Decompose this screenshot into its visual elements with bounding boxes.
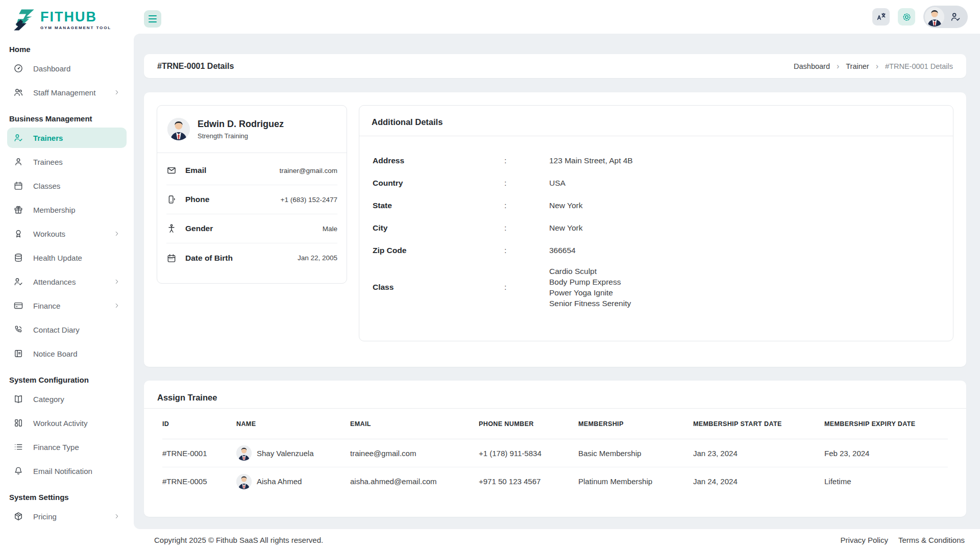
sidebar-item-label: Staff Management	[33, 88, 95, 97]
credit-card-icon	[13, 300, 23, 311]
row-value: +1 (683) 152-2477	[281, 196, 337, 204]
class-item: Cardio Sculpt	[549, 266, 941, 277]
fithub-logo[interactable]: FITHUB GYM MANAGEMENT TOOL	[0, 0, 134, 34]
sidebar-item-membership[interactable]: Membership	[7, 199, 127, 220]
calendar-icon	[13, 181, 23, 191]
trainee-avatar	[236, 474, 252, 489]
brand-tagline: GYM MANAGEMENT TOOL	[40, 26, 111, 30]
phone-row: Phone +1 (683) 152-2477	[166, 185, 337, 214]
sidebar-item-label: Finance Type	[33, 443, 79, 452]
main-content: #TRNE-0001 Details Dashboard › Trainer ›…	[134, 34, 980, 529]
col-start-date: MEMBERSHIP START DATE	[693, 420, 824, 428]
col-phone: PHONE NUMBER	[479, 420, 578, 428]
cell-email: trainee@gmail.com	[350, 449, 479, 458]
assign-trainee-title: Assign Trainee	[144, 381, 966, 409]
breadcrumb-trainer[interactable]: Trainer	[846, 62, 869, 70]
sidebar-item-label: Trainees	[33, 158, 63, 166]
sidebar-item-attendances[interactable]: Attendances	[7, 271, 127, 292]
breadcrumb-current: #TRNE-0001 Details	[885, 62, 953, 70]
sidebar-item-dashboard[interactable]: Dashboard	[7, 58, 127, 79]
state-row: State : New York	[373, 194, 941, 217]
sidebar-item-workout-activity[interactable]: Workout Activity	[7, 413, 127, 433]
class-item: Senior Fitness Serenity	[549, 298, 941, 309]
email-row: Email trainer@gmail.com	[166, 156, 337, 185]
users-icon	[13, 87, 23, 97]
assign-trainee-table: ID NAME EMAIL PHONE NUMBER MEMBERSHIP ME…	[144, 409, 966, 495]
col-expiry-date: MEMBERSHIP EXPIRY DATE	[824, 420, 948, 428]
sidebar-item-classes[interactable]: Classes	[7, 176, 127, 196]
sidebar-item-health-update[interactable]: Health Update	[7, 247, 127, 268]
section-title-system-configuration: System Configuration	[7, 367, 127, 389]
breadcrumb-separator: ›	[837, 62, 839, 71]
sidebar-item-contact-diary[interactable]: Contact Diary	[7, 319, 127, 340]
sidebar-item-label: Finance	[33, 302, 60, 310]
sidebar-item-pricing[interactable]: Pricing	[7, 506, 127, 527]
row-label: Gender	[185, 224, 213, 233]
col-name: NAME	[236, 420, 350, 428]
layout-grid-icon	[13, 418, 23, 428]
zip-code-row: Zip Code : 366654	[373, 239, 941, 262]
fithub-logo-mark	[11, 8, 37, 32]
dashboard-icon	[13, 63, 23, 73]
profile-menu-button[interactable]	[923, 6, 968, 28]
additional-details-body: Address : 123 Main Street, Apt 4B Countr…	[359, 136, 953, 313]
person-standing-icon	[166, 223, 177, 234]
sidebar-item-category[interactable]: Category	[7, 389, 127, 409]
class-row: Class : Cardio Sculpt Body Pump Express …	[373, 262, 941, 313]
award-icon	[13, 229, 23, 239]
book-open-icon	[13, 394, 23, 404]
smartphone-icon	[166, 194, 177, 205]
sidebar-item-label: Dashboard	[33, 64, 70, 73]
row-value: Male	[323, 225, 337, 233]
database-icon	[13, 253, 23, 263]
page-title: #TRNE-0001 Details	[157, 62, 234, 71]
sidebar-item-email-notification[interactable]: Email Notification	[7, 461, 127, 481]
calendar-icon	[166, 253, 177, 263]
class-item: Power Yoga Ignite	[549, 287, 941, 298]
sidebar-item-label: Trainers	[33, 134, 63, 142]
sidebar-item-trainers[interactable]: Trainers	[7, 128, 127, 148]
copyright-text: Copyright 2025 © Fithub SaaS All rights …	[154, 536, 323, 544]
sidebar-toggle-button[interactable]	[144, 10, 161, 28]
trainer-specialty: Strength Training	[198, 132, 284, 140]
sidebar-item-finance-type[interactable]: Finance Type	[7, 437, 127, 457]
breadcrumb-dashboard[interactable]: Dashboard	[794, 62, 830, 70]
additional-details-card: Additional Details Address : 123 Main St…	[359, 105, 953, 341]
terms-conditions-link[interactable]: Terms & Conditions	[898, 536, 965, 544]
row-value: Jan 22, 2005	[298, 254, 337, 262]
trainer-name: Edwin D. Rodriguez	[198, 119, 284, 130]
cell-membership: Platinum Membership	[578, 477, 693, 486]
cell-email: aisha.ahmed@email.com	[350, 477, 479, 486]
class-item: Body Pump Express	[549, 277, 941, 287]
sidebar-item-staff-management[interactable]: Staff Management	[7, 82, 127, 103]
sidebar-item-trainees[interactable]: Trainees	[7, 152, 127, 172]
col-email: EMAIL	[350, 420, 479, 428]
sidebar-item-label: Attendances	[33, 278, 76, 286]
sidebar-item-label: Workouts	[33, 230, 65, 238]
list-icon	[13, 442, 23, 452]
breadcrumb: Dashboard › Trainer › #TRNE-0001 Details	[794, 62, 953, 71]
phone-call-icon	[13, 324, 23, 335]
chevron-right-icon	[113, 513, 120, 520]
language-button[interactable]	[872, 8, 890, 26]
sidebar-item-label: Pricing	[33, 512, 57, 521]
sidebar-item-finance[interactable]: Finance	[7, 295, 127, 316]
settings-button[interactable]	[898, 8, 915, 26]
table-row: #TRNE-0001 Shay Valenzuela trainee@gmail…	[162, 439, 948, 467]
cell-name: Aisha Ahmed	[236, 474, 350, 489]
breadcrumb-separator: ›	[876, 62, 878, 71]
address-row: Address : 123 Main Street, Apt 4B	[373, 149, 941, 172]
sidebar-item-notice-board[interactable]: Notice Board	[7, 343, 127, 364]
footer-links: Privacy Policy Terms & Conditions	[841, 536, 965, 544]
row-label: Phone	[185, 195, 209, 204]
sidebar-item-workouts[interactable]: Workouts	[7, 223, 127, 244]
cell-start-date: Jan 24, 2024	[693, 477, 824, 486]
cell-expiry-date: Feb 23, 2024	[824, 449, 948, 458]
chevron-right-icon	[113, 230, 120, 237]
sidebar-item-label: Contact Diary	[33, 325, 80, 334]
user-check-icon	[13, 277, 23, 287]
privacy-policy-link[interactable]: Privacy Policy	[841, 536, 888, 544]
section-title-business: Business Management	[7, 106, 127, 128]
chevron-right-icon	[113, 89, 120, 96]
bell-icon	[13, 466, 23, 476]
